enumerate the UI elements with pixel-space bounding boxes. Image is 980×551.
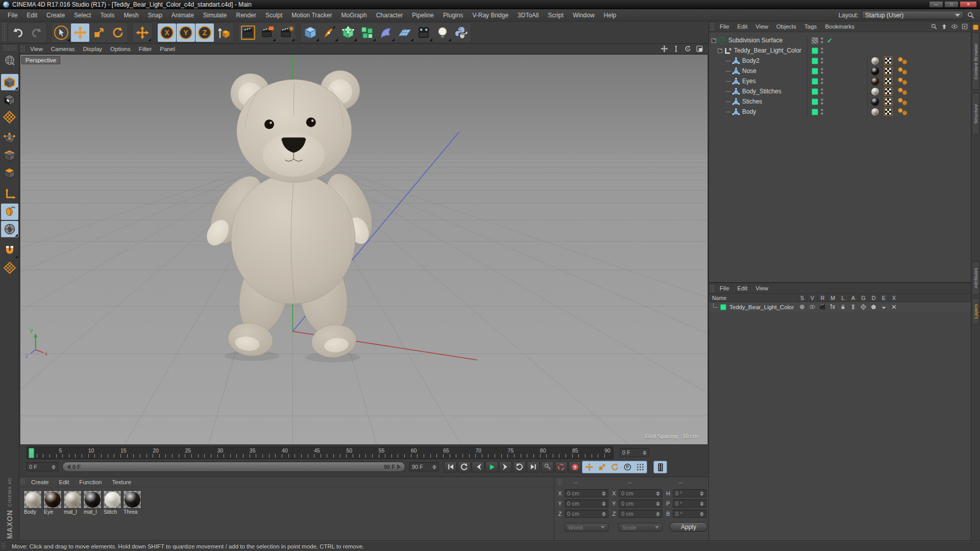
layer-column-header[interactable]: L [838,295,848,301]
material-menu-item[interactable]: Function [74,478,107,487]
layer-column-header[interactable]: M [827,295,838,301]
rot-h-field[interactable]: 0 ° [673,489,706,497]
material-thumbnail[interactable] [63,490,82,509]
expressions-icon[interactable] [878,304,889,310]
lock-icon[interactable] [838,304,848,310]
layer-column-header[interactable]: X [889,295,899,301]
material-thumbnail[interactable] [103,490,121,509]
expand-toggle[interactable] [712,38,716,43]
layer-menu-item[interactable]: Edit [733,284,752,293]
visibility-dots[interactable] [821,109,823,115]
deformers-icon[interactable] [868,304,878,310]
viewport-interaction-button[interactable] [1,204,18,220]
animation-icon[interactable] [848,304,858,310]
object-tree-row[interactable]: Stiches ✓ [709,96,971,107]
spinner-icon[interactable] [643,450,647,455]
redo-button[interactable] [28,23,46,42]
y-axis-lock-toggle[interactable]: Y [177,23,195,42]
next-frame-button[interactable] [499,461,512,472]
menu-item[interactable]: Select [69,10,95,21]
visibility-dots[interactable] [821,37,823,43]
record-point-level-toggle[interactable] [634,462,646,472]
light-menu[interactable] [433,23,452,42]
object-menu-item[interactable]: File [716,22,733,31]
material-tag[interactable] [871,97,879,106]
material-swatch[interactable]: Threa [123,490,141,515]
material-thumbnail[interactable] [43,490,62,509]
close-button[interactable]: ✕ [960,1,977,8]
python-icon[interactable] [452,23,471,42]
menu-item[interactable]: V-Ray Bridge [468,10,513,21]
tab-content-browser[interactable]: Content Browser [972,33,979,90]
enabled-toggle[interactable] [812,58,818,64]
menu-item[interactable]: Simulate [199,10,232,21]
viewport-zoom-icon[interactable] [672,45,680,53]
enabled-toggle[interactable] [812,47,818,54]
frame-field-top[interactable]: 0 F [620,448,649,457]
layer-column-header[interactable]: G [858,295,868,301]
render-settings-button[interactable]: ✳ [277,23,295,42]
generator-check-icon[interactable]: ✓ [827,37,832,44]
tab-structure[interactable]: Structure [972,93,979,135]
menu-item[interactable]: Sculpt [261,10,287,21]
search-icon[interactable] [930,23,938,30]
snap-settings-button[interactable] [1,242,18,259]
apply-button[interactable]: Apply [670,522,707,532]
object-tree-row[interactable]: Eyes ✓ [709,76,971,86]
object-menu-item[interactable]: Tags [800,22,821,31]
object-tree-row[interactable]: Body_Stitches ✓ [709,86,971,96]
render-picture-viewer-button[interactable] [258,23,276,42]
phong-tag[interactable] [897,87,909,95]
uvw-tag[interactable] [884,108,892,116]
home-icon[interactable] [941,23,948,30]
make-editable-button[interactable] [1,53,18,69]
last-used-tool[interactable] [133,23,152,42]
z-axis-lock-toggle[interactable]: Z [195,23,214,42]
material-thumbnail[interactable] [83,490,102,509]
solo-icon[interactable] [797,304,807,310]
workplane-mode-button[interactable] [1,109,18,125]
viewport-grip[interactable] [20,45,25,52]
menu-item[interactable]: Motion Tracker [287,10,336,21]
range-end-arrow-icon[interactable] [397,464,401,469]
size-y-field[interactable]: 0 cm [619,499,663,508]
pos-x-field[interactable]: 0 cm [565,489,608,497]
phong-tag[interactable] [897,67,909,75]
viewport-menu-item[interactable]: Cameras [47,44,79,54]
enabled-toggle[interactable] [812,78,818,85]
material-swatch[interactable]: mat_l [63,490,82,515]
viewport-menu-item[interactable]: Display [79,44,106,54]
object-tree-row[interactable]: Body2 ✓ [709,56,971,66]
texture-mode-button[interactable] [1,91,18,108]
title-bar[interactable]: CINEMA 4D R17.016 Studio (R17) - [Teddy_… [0,0,980,9]
layout-dropdown[interactable]: Startup (User) [862,11,964,19]
object-menu-item[interactable]: Edit [733,22,752,31]
enabled-toggle[interactable] [812,88,818,95]
play-backwards-button[interactable] [458,461,471,472]
visibility-dots[interactable] [821,88,823,94]
menu-item[interactable]: Mesh [119,10,143,21]
add-object-icon[interactable] [961,23,968,30]
object-tree-row[interactable]: Subdivision Surface ✓ [709,35,971,45]
material-thumbnail[interactable] [23,490,42,509]
object-tree-row[interactable]: Nose ✓ [709,66,971,76]
menu-item[interactable]: Edit [22,10,42,21]
autokey-button[interactable] [555,461,568,472]
tab-attributes[interactable]: Attributes [972,261,979,295]
record-key-button[interactable] [541,461,554,472]
phong-tag[interactable] [897,97,909,106]
minimize-button[interactable]: — [929,1,943,8]
viewport-maximize-icon[interactable] [696,45,703,53]
transform-mode-dropdown[interactable]: Scale [619,523,663,532]
expand-toggle[interactable] [718,48,722,53]
model-mode-button[interactable] [1,74,18,90]
visibility-dots[interactable] [821,58,823,64]
edges-mode-button[interactable] [1,147,18,164]
menu-item[interactable]: Help [599,10,621,21]
size-z-field[interactable]: 0 cm [619,510,663,518]
move-tool[interactable] [71,23,89,42]
viewport-menu-item[interactable]: View [26,44,47,54]
polygons-mode-button[interactable] [1,165,18,181]
material-tag[interactable] [871,57,879,65]
workplane-snap-button[interactable] [1,260,18,276]
